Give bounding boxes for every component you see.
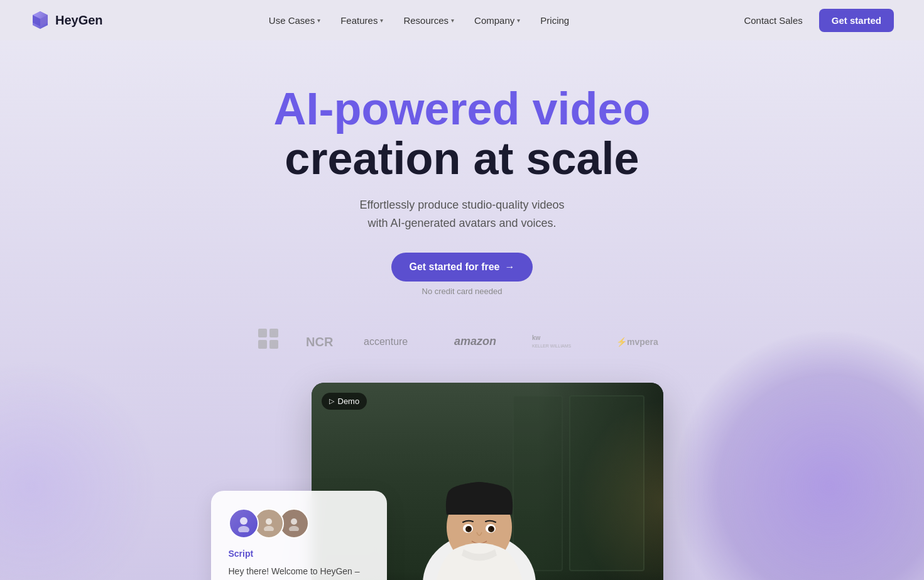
mvp-logo-svg: ⚡mvpera xyxy=(616,331,666,351)
svg-text:kw: kw xyxy=(532,334,541,341)
svg-rect-0 xyxy=(258,329,267,337)
script-avatars xyxy=(229,508,369,539)
svg-rect-1 xyxy=(269,329,278,337)
navigation: HeyGen Use Cases ▾ Features ▾ Resources … xyxy=(0,0,924,40)
logo-amazon: amazon xyxy=(454,331,504,351)
svg-point-23 xyxy=(468,527,470,530)
script-label: Script xyxy=(229,549,369,559)
logos-inner: NCR accenture amazon kw KELLER WILLIAMS … xyxy=(258,331,666,351)
svg-rect-3 xyxy=(269,340,278,349)
accenture-logo-svg: accenture xyxy=(364,331,427,351)
demo-section: Script Hey there! Welcome to HeyGen – wh… xyxy=(0,370,924,580)
hero-subtitle: Effortlessly produce studio-quality vide… xyxy=(30,196,894,233)
amazon-logo-svg: amazon xyxy=(454,331,504,351)
nav-use-cases[interactable]: Use Cases ▾ xyxy=(260,10,329,31)
nav-right: Contact Sales Get started xyxy=(735,9,894,32)
svg-text:amazon: amazon xyxy=(454,335,496,347)
no-credit-card-text: No credit card needed xyxy=(422,287,503,296)
nav-links: Use Cases ▾ Features ▾ Resources ▾ Compa… xyxy=(260,10,578,31)
svg-point-15 xyxy=(289,526,299,531)
ncr-logo-svg: NCR xyxy=(306,331,336,351)
video-person-svg xyxy=(398,433,561,580)
svg-point-24 xyxy=(491,527,493,530)
play-icon: ▷ xyxy=(329,397,334,405)
svg-point-11 xyxy=(238,526,249,532)
heygen-logo-icon xyxy=(30,10,50,30)
logo-ncr: NCR xyxy=(306,331,336,351)
svg-text:NCR: NCR xyxy=(306,335,334,349)
logo-accenture: accenture xyxy=(364,331,427,351)
svg-point-14 xyxy=(291,518,297,525)
nav-pricing[interactable]: Pricing xyxy=(531,10,578,31)
hero-section: AI-powered video creation at scale Effor… xyxy=(0,40,924,321)
chevron-down-icon: ▾ xyxy=(317,17,320,24)
script-card: Script Hey there! Welcome to HeyGen – wh… xyxy=(211,491,387,580)
avatar-person-icon xyxy=(235,515,253,532)
svg-point-10 xyxy=(240,517,247,525)
contact-sales-link[interactable]: Contact Sales xyxy=(735,10,811,31)
logo-text: HeyGen xyxy=(55,13,103,28)
svg-rect-2 xyxy=(258,340,267,349)
svg-point-13 xyxy=(264,526,274,531)
hero-cta-wrapper: Get started for free → No credit card ne… xyxy=(30,253,894,296)
demo-badge: ▷ Demo xyxy=(322,393,367,410)
avatar-1 xyxy=(229,508,259,539)
avatar-2-icon xyxy=(261,516,276,531)
logos-strip: NCR accenture amazon kw KELLER WILLIAMS … xyxy=(0,321,924,370)
nav-company[interactable]: Company ▾ xyxy=(465,10,529,31)
logo[interactable]: HeyGen xyxy=(30,10,103,30)
get-started-button[interactable]: Get started xyxy=(819,9,894,32)
logo-mvp: ⚡mvpera xyxy=(616,331,666,351)
chevron-down-icon: ▾ xyxy=(517,17,520,24)
svg-text:accenture: accenture xyxy=(364,336,408,347)
kw-logo-svg: kw KELLER WILLIAMS xyxy=(532,331,589,351)
logo-grid-icon xyxy=(258,329,278,354)
svg-text:KELLER WILLIAMS: KELLER WILLIAMS xyxy=(532,344,572,348)
logo-small-icon xyxy=(258,331,278,351)
chevron-down-icon: ▾ xyxy=(451,17,454,24)
hero-title: AI-powered video creation at scale xyxy=(30,84,894,183)
logo-kw: kw KELLER WILLIAMS xyxy=(532,331,589,351)
svg-point-12 xyxy=(266,518,272,525)
nav-resources[interactable]: Resources ▾ xyxy=(394,10,463,31)
hero-title-gradient: AI-powered video xyxy=(30,84,894,134)
hero-title-dark: creation at scale xyxy=(30,134,894,183)
script-text: Hey there! Welcome to HeyGen – where you… xyxy=(229,565,369,580)
avatar-3-icon xyxy=(286,516,302,531)
hero-cta-button[interactable]: Get started for free → xyxy=(391,253,532,282)
chevron-down-icon: ▾ xyxy=(380,17,383,24)
svg-text:⚡mvpera: ⚡mvpera xyxy=(616,337,658,347)
nav-features[interactable]: Features ▾ xyxy=(332,10,392,31)
